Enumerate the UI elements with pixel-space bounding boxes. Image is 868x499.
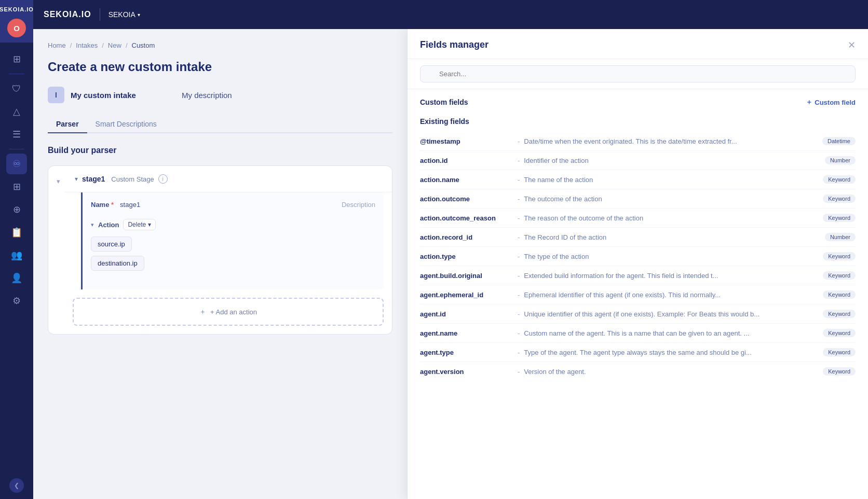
fields-manager-close-button[interactable]: ✕ — [848, 40, 856, 50]
field-description: Date/time when the event originated. Thi… — [524, 137, 818, 145]
field-name: agent.type — [420, 349, 513, 356]
action-type-button[interactable]: Delete ▾ — [123, 219, 156, 230]
topbar-divider — [100, 8, 100, 21]
add-custom-field-label: Custom field — [815, 99, 856, 106]
field-row[interactable]: agent.id - Unique identifier of this age… — [420, 304, 856, 324]
field-name: agent.name — [420, 329, 513, 337]
field-description: Custom name of the agent. This is a name… — [524, 329, 819, 337]
field-tag-destination-ip[interactable]: destination.ip — [91, 256, 144, 271]
field-row[interactable]: action.outcome_reason - The reason of th… — [420, 209, 856, 228]
sidebar-nav: ⊞ 🛡 △ ☰ ♾ ⊞ ⊕ 📋 👥 👤 ⚙ — [0, 43, 33, 478]
sidebar-item-targets[interactable]: ⊕ — [6, 199, 27, 220]
sidebar-collapse-button[interactable]: ❮ — [9, 478, 24, 493]
sidebar-item-logs[interactable]: 📋 — [6, 222, 27, 243]
field-name: @timestamp — [420, 137, 513, 145]
breadcrumb-intakes[interactable]: Intakes — [76, 41, 98, 49]
field-row[interactable]: agent.type - Type of the agent. The agen… — [420, 343, 856, 362]
description-label: Description — [342, 201, 375, 209]
stage-name-label: stage1 — [82, 175, 105, 183]
field-description: The Record ID of the action — [524, 233, 821, 241]
stage-body: Name * Description ▾ Action D — [81, 192, 384, 289]
field-type-badge: Keyword — [823, 252, 856, 260]
parser-section-title: Build your parser — [48, 146, 392, 155]
fields-list: @timestamp - Date/time when the event or… — [420, 132, 856, 381]
topbar-logo: SEKOIA.IO — [44, 10, 91, 19]
field-type-badge: Keyword — [823, 367, 856, 376]
nav-divider — [9, 74, 24, 74]
field-description: The reason of the outcome of the action — [524, 214, 819, 222]
field-row[interactable]: action.id - Identifier of the action Num… — [420, 151, 856, 170]
field-row[interactable]: action.type - The type of the action Key… — [420, 247, 856, 266]
field-separator: - — [518, 310, 520, 318]
field-row[interactable]: agent.name - Custom name of the agent. T… — [420, 324, 856, 343]
field-name: agent.id — [420, 310, 513, 318]
breadcrumb-home[interactable]: Home — [48, 41, 66, 49]
fields-search-input[interactable] — [420, 65, 856, 82]
sidebar-item-alert[interactable]: △ — [6, 101, 27, 122]
field-name: agent.version — [420, 368, 513, 376]
field-type-badge: Number — [825, 156, 856, 164]
sidebar-item-intakes[interactable]: ♾ — [6, 154, 27, 174]
avatar[interactable]: O — [7, 19, 26, 37]
parser-outer: ▾ ▾ stage1 Custom Stage i — [48, 166, 392, 334]
stage-info-button[interactable]: i — [158, 174, 168, 184]
field-name: action.outcome_reason — [420, 214, 513, 222]
stage-content: ▾ stage1 Custom Stage i Name * Descript — [64, 166, 392, 334]
field-tag-source-ip[interactable]: source.ip — [91, 237, 132, 252]
field-row[interactable]: action.outcome - The outcome of the acti… — [420, 189, 856, 209]
intake-description-input[interactable] — [178, 89, 284, 102]
content-area: Home / Intakes / New / Custom Create a n… — [33, 29, 868, 499]
sidebar-item-grid2[interactable]: ⊞ — [6, 176, 27, 197]
sidebar-item-settings[interactable]: ⚙ — [6, 290, 27, 311]
tab-parser[interactable]: Parser — [48, 116, 87, 133]
topbar-org[interactable]: SEKOIA — [108, 10, 140, 19]
fields-manager-panel: Fields manager ✕ 🔍 Custom fields ＋ Custo… — [407, 29, 868, 499]
action-label: Action — [98, 221, 119, 229]
add-action-button[interactable]: ＋ + Add an action — [73, 298, 384, 326]
add-custom-field-button[interactable]: ＋ Custom field — [806, 98, 856, 107]
sidebar-item-shield[interactable]: 🛡 — [6, 78, 27, 99]
field-description: Extended build information for the agent… — [524, 272, 819, 280]
breadcrumb-sep-1: / — [70, 41, 72, 49]
stage-name-input[interactable] — [120, 201, 335, 209]
field-row[interactable]: @timestamp - Date/time when the event or… — [420, 132, 856, 151]
outer-collapse-button[interactable]: ▾ — [57, 177, 60, 185]
field-name: agent.ephemeral_id — [420, 291, 513, 299]
intake-name-input[interactable] — [71, 89, 171, 102]
intake-header: I — [48, 87, 392, 103]
field-separator: - — [518, 195, 520, 203]
left-panel: Home / Intakes / New / Custom Create a n… — [33, 29, 407, 499]
sidebar-item-list[interactable]: ☰ — [6, 124, 27, 145]
action-type-text: Delete — [128, 221, 146, 228]
add-action-plus-icon: ＋ — [199, 307, 206, 316]
breadcrumb: Home / Intakes / New / Custom — [48, 41, 392, 49]
breadcrumb-new[interactable]: New — [108, 41, 121, 49]
sidebar-item-users2[interactable]: 👤 — [6, 268, 27, 288]
field-type-badge: Keyword — [823, 348, 856, 356]
sidebar-logo-area: SEKOIA.IO O — [0, 0, 33, 43]
field-description: Identifier of the action — [524, 157, 821, 164]
field-row[interactable]: action.record_id - The Record ID of the … — [420, 228, 856, 247]
tab-smart-descriptions[interactable]: Smart Descriptions — [87, 116, 165, 133]
logo-text: SEKOIA.IO — [0, 6, 34, 12]
field-tags: source.ip destination.ip — [91, 237, 375, 275]
field-type-badge: Keyword — [823, 310, 856, 318]
field-row[interactable]: agent.build.original - Extended build in… — [420, 266, 856, 285]
field-row[interactable]: action.name - The name of the action Key… — [420, 170, 856, 189]
field-type-badge: Number — [825, 233, 856, 241]
parser-container: ▾ ▾ stage1 Custom Stage i — [48, 165, 392, 335]
field-description: The type of the action — [524, 253, 819, 260]
field-type-badge: Keyword — [823, 175, 856, 184]
field-name: action.type — [420, 253, 513, 260]
add-custom-field-plus-icon: ＋ — [806, 98, 812, 107]
fields-section: Custom fields ＋ Custom field Existing fi… — [408, 89, 868, 499]
field-row[interactable]: agent.version - Version of the agent. Ke… — [420, 362, 856, 381]
stage-collapse-icon[interactable]: ▾ — [75, 175, 78, 183]
action-collapse-icon[interactable]: ▾ — [91, 221, 94, 228]
sidebar-item-users[interactable]: 👥 — [6, 245, 27, 266]
field-separator: - — [518, 253, 520, 260]
field-type-badge: Keyword — [823, 214, 856, 222]
field-row[interactable]: agent.ephemeral_id - Ephemeral identifie… — [420, 285, 856, 304]
tabs: Parser Smart Descriptions — [48, 116, 392, 133]
sidebar-item-grid[interactable]: ⊞ — [6, 49, 27, 70]
